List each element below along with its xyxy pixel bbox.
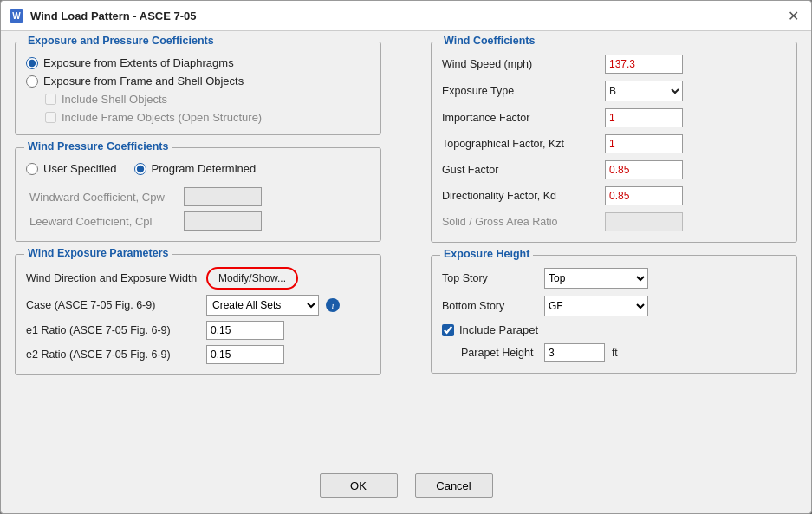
windward-label: Windward Coefficient, Cpw [29, 191, 177, 204]
windward-row: Windward Coefficient, Cpw [26, 187, 370, 206]
top-story-row: Top Story Top Story 1 Story 2 [442, 268, 786, 289]
exposure-radio-1-label: Exposure from Extents of Diaphragms [43, 56, 234, 69]
exposure-radio-1[interactable] [26, 57, 38, 69]
wind-exposure-params-section: Wind Exposure Parameters Wind Direction … [15, 254, 381, 375]
exposure-type-row: Exposure Type B C D [442, 81, 786, 101]
pressure-radio-row: User Specified Program Determined [26, 162, 370, 175]
exp-height-table: Top Story Top Story 1 Story 2 Bottom Sto… [442, 268, 786, 362]
left-panel: Exposure and Pressure Coefficients Expos… [15, 42, 381, 451]
exposure-height-section: Exposure Height Top Story Top Story 1 St… [431, 255, 797, 374]
gust-factor-row: Gust Factor [442, 160, 786, 179]
include-parapet-checkbox[interactable] [442, 324, 454, 336]
topo-factor-input[interactable] [605, 134, 683, 153]
solid-gross-label: Solid / Gross Area Ratio [442, 216, 598, 228]
info-icon[interactable]: i [326, 298, 340, 312]
bottom-story-select[interactable]: GF Story 1 Story 2 [544, 296, 648, 316]
importance-factor-label: Importance Factor [442, 112, 598, 124]
ok-button[interactable]: OK [320, 473, 398, 498]
wind-speed-input[interactable] [605, 55, 683, 74]
include-shell-row: Include Shell Objects [26, 93, 370, 106]
user-specified-label: User Specified [43, 162, 117, 175]
include-frame-label: Include Frame Objects (Open Structure) [62, 111, 262, 124]
solid-gross-input[interactable] [605, 212, 683, 231]
exposure-type-label: Exposure Type [442, 85, 598, 97]
panel-divider [406, 42, 406, 451]
app-icon: W [10, 9, 23, 23]
importance-factor-row: Importance Factor [442, 108, 786, 127]
include-shell-checkbox[interactable] [45, 94, 56, 105]
include-frame-checkbox[interactable] [45, 112, 56, 123]
wind-direction-row: Wind Direction and Exposure Width Modify… [26, 267, 370, 290]
parapet-height-row: Parapet Height ft [442, 343, 786, 362]
gust-factor-input[interactable] [605, 160, 683, 179]
wind-pressure-section: Wind Pressure Coefficients User Specifie… [15, 147, 381, 242]
exposure-pressure-content: Exposure from Extents of Diaphragms Expo… [26, 56, 370, 124]
e2-ratio-row: e2 Ratio (ASCE 7-05 Fig. 6-9) [26, 345, 370, 364]
importance-factor-input[interactable] [605, 108, 683, 127]
close-button[interactable]: ✕ [783, 6, 802, 25]
e1-ratio-label: e1 Ratio (ASCE 7-05 Fig. 6-9) [26, 324, 199, 336]
exposure-pressure-section: Exposure and Pressure Coefficients Expos… [15, 42, 381, 135]
case-row: Case (ASCE 7-05 Fig. 6-9) Create All Set… [26, 295, 370, 316]
include-frame-row: Include Frame Objects (Open Structure) [26, 111, 370, 124]
program-determined-radio[interactable] [134, 163, 146, 175]
exposure-radio-2-label: Exposure from Frame and Shell Objects [43, 75, 244, 88]
exposure-pressure-title: Exposure and Pressure Coefficients [24, 35, 218, 47]
topo-factor-label: Topographical Factor, Kzt [442, 138, 598, 150]
wind-speed-row: Wind Speed (mph) [442, 55, 786, 74]
right-panel: Wind Coefficients Wind Speed (mph) Expos… [431, 42, 797, 451]
dialog-footer: OK Cancel [1, 461, 811, 513]
directionality-factor-input[interactable] [605, 186, 683, 205]
param-table: Wind Direction and Exposure Width Modify… [26, 267, 370, 364]
bottom-story-label: Bottom Story [442, 300, 537, 312]
program-determined-row[interactable]: Program Determined [134, 162, 257, 175]
wind-coefficients-title: Wind Coefficients [440, 35, 538, 47]
exposure-radio-row-2[interactable]: Exposure from Frame and Shell Objects [26, 75, 370, 88]
exposure-height-title: Exposure Height [440, 248, 533, 260]
wind-pressure-content: User Specified Program Determined Windwa… [26, 162, 370, 231]
wind-direction-label: Wind Direction and Exposure Width [26, 272, 199, 284]
wind-coefficients-section: Wind Coefficients Wind Speed (mph) Expos… [431, 42, 797, 243]
parapet-height-input[interactable] [544, 343, 605, 362]
dialog-title: Wind Load Pattern - ASCE 7-05 [30, 10, 776, 23]
exposure-type-select[interactable]: B C D [605, 81, 683, 101]
e1-ratio-row: e1 Ratio (ASCE 7-05 Fig. 6-9) [26, 321, 370, 340]
leeward-input[interactable] [184, 211, 262, 231]
leeward-row: Leeward Coefficient, Cpl [26, 211, 370, 231]
include-shell-label: Include Shell Objects [62, 93, 167, 106]
wind-pressure-title: Wind Pressure Coefficients [24, 140, 172, 153]
top-story-label: Top Story [442, 272, 537, 284]
exposure-radio-row-1[interactable]: Exposure from Extents of Diaphragms [26, 56, 370, 69]
coeff-table: Wind Speed (mph) Exposure Type B C D [442, 55, 786, 231]
directionality-factor-label: Directionality Factor, Kd [442, 190, 598, 202]
program-determined-label: Program Determined [152, 162, 257, 175]
include-parapet-row: Include Parapet [442, 323, 786, 336]
case-select[interactable]: Create All Sets Case 1 Case 2 Case 3 Cas… [206, 295, 319, 316]
windward-input[interactable] [184, 187, 262, 206]
e1-ratio-input[interactable] [206, 321, 284, 340]
dialog-body: Exposure and Pressure Coefficients Expos… [1, 31, 811, 461]
parapet-height-label: Parapet Height [442, 347, 537, 359]
top-story-select[interactable]: Top Story 1 Story 2 [544, 268, 648, 289]
e2-ratio-label: e2 Ratio (ASCE 7-05 Fig. 6-9) [26, 348, 199, 361]
modify-show-button[interactable]: Modify/Show... [206, 267, 298, 290]
solid-gross-row: Solid / Gross Area Ratio [442, 212, 786, 231]
title-bar: W Wind Load Pattern - ASCE 7-05 ✕ [1, 1, 811, 31]
ft-label: ft [612, 347, 618, 359]
e2-ratio-input[interactable] [206, 345, 284, 364]
case-label: Case (ASCE 7-05 Fig. 6-9) [26, 299, 199, 311]
topo-factor-row: Topographical Factor, Kzt [442, 134, 786, 153]
user-specified-radio[interactable] [26, 163, 38, 175]
bottom-story-row: Bottom Story GF Story 1 Story 2 [442, 296, 786, 316]
directionality-factor-row: Directionality Factor, Kd [442, 186, 786, 205]
include-parapet-label: Include Parapet [459, 323, 538, 336]
exposure-radio-2[interactable] [26, 75, 38, 88]
gust-factor-label: Gust Factor [442, 164, 598, 176]
wind-exposure-params-title: Wind Exposure Parameters [24, 247, 172, 259]
dialog-window: W Wind Load Pattern - ASCE 7-05 ✕ Exposu… [0, 0, 812, 514]
user-specified-row[interactable]: User Specified [26, 162, 117, 175]
cancel-button[interactable]: Cancel [415, 473, 493, 498]
wind-speed-label: Wind Speed (mph) [442, 58, 598, 70]
leeward-label: Leeward Coefficient, Cpl [29, 215, 177, 228]
